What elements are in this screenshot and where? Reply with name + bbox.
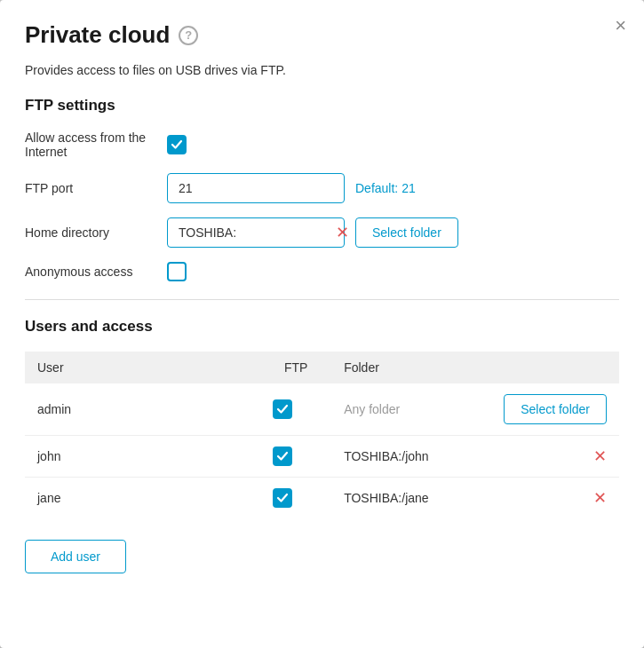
checkmark-icon [276,450,289,462]
user-folder-cell: Any folder [331,383,491,436]
checkmark-icon [276,403,289,415]
user-remove-button[interactable]: ✕ [593,488,607,508]
ftp-port-label: FTP port [25,181,167,195]
dialog-title: Private cloud [25,21,170,49]
user-ftp-cell [260,383,331,436]
user-folder-cell: TOSHIBA:/john [331,436,491,478]
home-directory-label: Home directory [25,225,167,240]
user-name-cell: jane [25,478,260,519]
checkmark-icon [276,492,289,504]
user-select-folder-button[interactable]: Select folder [504,394,607,424]
user-ftp-checkbox[interactable] [273,488,292,508]
home-directory-row: Home directory ✕ Select folder [25,217,619,248]
user-action-cell: ✕ [491,436,619,478]
allow-internet-label: Allow access from the Internet [25,130,167,159]
ftp-settings-section: FTP settings Allow access from the Inter… [25,97,619,281]
home-directory-select-folder-button[interactable]: Select folder [355,217,458,248]
anonymous-access-row: Anonymous access [25,262,619,281]
home-directory-input-wrapper: ✕ [167,217,345,248]
anonymous-access-label: Anonymous access [25,265,167,279]
add-user-button[interactable]: Add user [25,540,126,573]
allow-internet-row: Allow access from the Internet [25,130,619,159]
col-header-user: User [25,352,260,383]
user-folder-text: TOSHIBA:/john [344,449,428,463]
table-row: johnTOSHIBA:/john✕ [25,436,619,478]
home-directory-clear-button[interactable]: ✕ [334,225,351,241]
user-name-cell: admin [25,383,260,436]
user-folder-cell: TOSHIBA:/jane [331,478,491,519]
user-ftp-checkbox[interactable] [273,446,292,466]
user-folder-text: TOSHIBA:/jane [344,491,428,505]
section-divider [25,299,619,300]
user-ftp-checkbox[interactable] [273,399,292,419]
table-row: janeTOSHIBA:/jane✕ [25,478,619,519]
dialog-description: Provides access to files on USB drives v… [25,63,619,77]
ftp-port-default: Default: 21 [355,181,416,195]
checkmark-icon [171,138,183,151]
col-header-ftp: FTP [260,352,331,383]
users-table-header: User FTP Folder [25,352,619,383]
user-action-cell: ✕ [491,478,619,519]
ftp-port-row: FTP port Default: 21 [25,173,619,203]
ftp-port-input[interactable] [167,173,345,203]
home-directory-input[interactable] [179,218,334,247]
users-and-access-section: Users and access User FTP Folder adminAn… [25,318,619,573]
allow-internet-checkbox[interactable] [167,135,187,154]
user-action-cell: Select folder [491,383,619,436]
col-header-folder: Folder [331,352,491,383]
close-button[interactable]: × [615,16,626,36]
table-row: adminAny folderSelect folder [25,383,619,436]
ftp-settings-title: FTP settings [25,97,619,115]
help-icon[interactable]: ? [179,26,198,45]
user-remove-button[interactable]: ✕ [593,446,607,466]
users-table-body: adminAny folderSelect folderjohnTOSHIBA:… [25,383,619,518]
user-ftp-cell [260,478,331,519]
user-name-cell: john [25,436,260,478]
dialog-header: Private cloud ? [25,21,619,49]
col-header-action [491,352,619,383]
user-ftp-cell [260,436,331,478]
anonymous-access-checkbox[interactable] [167,262,187,281]
private-cloud-dialog: × Private cloud ? Provides access to fil… [0,0,644,648]
users-and-access-title: Users and access [25,318,619,336]
users-table: User FTP Folder adminAny folderSelect fo… [25,352,619,518]
user-folder-text: Any folder [344,402,400,416]
